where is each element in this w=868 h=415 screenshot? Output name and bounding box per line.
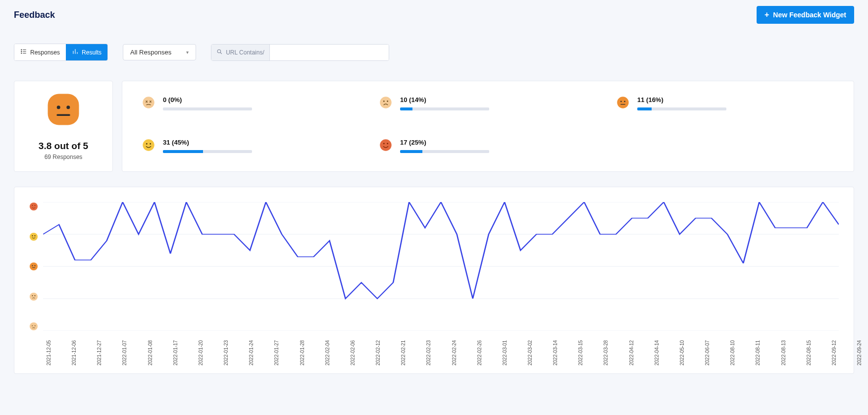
timeline-chart: 2021-12-052021-12-062021-12-272022-01-07… — [14, 187, 854, 374]
tab-results-label: Results — [82, 49, 102, 56]
svg-point-21 — [624, 101, 625, 103]
svg-point-4 — [21, 53, 22, 53]
y-face-1-icon — [29, 322, 38, 331]
face-1-icon — [142, 96, 155, 109]
dist-bar-3 — [637, 107, 726, 110]
dist-label-5: 17 (25%) — [400, 139, 597, 146]
url-search-prefix: URL Contains/ — [211, 45, 270, 60]
y-face-2-icon — [29, 292, 38, 301]
svg-point-16 — [380, 97, 391, 108]
responses-filter-dropdown[interactable]: All Responses ▾ — [123, 44, 196, 60]
svg-point-15 — [143, 97, 154, 108]
svg-point-20 — [620, 101, 622, 103]
chart-icon — [72, 48, 79, 56]
tab-responses[interactable]: Responses — [14, 44, 66, 60]
dist-bar-1 — [163, 107, 252, 110]
face-4-icon — [142, 139, 155, 152]
svg-point-19 — [617, 97, 628, 108]
responses-filter-label: All Responses — [130, 49, 171, 56]
dist-label-1: 0 (0%) — [163, 96, 359, 104]
score-face-neutral-icon — [46, 92, 81, 127]
face-3-icon — [616, 96, 629, 109]
face-5-icon — [379, 139, 392, 152]
score-rating: 3.8 out of 5 — [39, 141, 88, 152]
dist-fill-3 — [637, 107, 652, 110]
chart-x-axis: 2021-12-052021-12-062021-12-272022-01-07… — [29, 334, 839, 368]
view-toggle: Responses Results — [14, 44, 108, 61]
dist-fill-4 — [163, 150, 203, 153]
page-title: Feedback — [14, 10, 55, 20]
svg-point-27 — [30, 203, 38, 210]
y-face-4-icon — [29, 232, 38, 241]
svg-rect-11 — [48, 94, 79, 125]
distribution-card: 0 (0%) 10 (14%) 11 (16%) — [122, 81, 854, 172]
svg-point-25 — [150, 143, 151, 145]
score-card: 3.8 out of 5 69 Responses — [14, 81, 113, 172]
svg-point-17 — [383, 101, 385, 102]
dist-item-1: 0 (0%) — [142, 96, 359, 119]
list-icon — [20, 48, 27, 56]
svg-point-35 — [30, 292, 38, 300]
svg-point-28 — [30, 232, 38, 240]
svg-point-36 — [32, 295, 33, 296]
new-feedback-widget-label: New Feedback Widget — [773, 11, 846, 19]
svg-point-31 — [30, 262, 38, 270]
svg-point-38 — [30, 322, 38, 330]
dist-item-2: 10 (14%) — [379, 96, 597, 119]
plus-icon: + — [765, 11, 769, 19]
svg-point-29 — [32, 235, 33, 236]
search-icon — [216, 49, 223, 56]
timeline-plot — [43, 202, 839, 331]
chart-y-axis — [29, 202, 38, 331]
svg-point-0 — [21, 50, 22, 50]
dist-item-3: 11 (16%) — [616, 96, 834, 119]
y-face-3-icon — [29, 262, 38, 271]
tab-responses-label: Responses — [30, 49, 60, 56]
dist-label-3: 11 (16%) — [637, 96, 834, 104]
url-search-input[interactable] — [270, 45, 389, 60]
y-face-5-icon — [29, 202, 38, 211]
dist-fill-5 — [400, 150, 422, 153]
score-responses: 69 Responses — [45, 154, 83, 160]
url-search-prefix-label: URL Contains/ — [226, 49, 264, 56]
dist-bar-4 — [163, 150, 252, 153]
dist-label-2: 10 (14%) — [400, 96, 597, 104]
tab-results[interactable]: Results — [66, 44, 107, 60]
svg-point-26 — [380, 139, 391, 151]
svg-point-23 — [143, 139, 154, 151]
chevron-down-icon: ▾ — [186, 50, 189, 55]
svg-point-30 — [34, 235, 35, 236]
dist-bar-5 — [400, 150, 489, 153]
svg-point-33 — [34, 265, 35, 266]
svg-point-24 — [146, 143, 148, 145]
dist-label-4: 31 (45%) — [163, 139, 359, 146]
dist-item-5: 17 (25%) — [379, 139, 597, 161]
dist-item-4: 31 (45%) — [142, 139, 359, 161]
svg-point-37 — [34, 295, 35, 296]
svg-point-32 — [32, 265, 33, 266]
svg-point-2 — [21, 51, 22, 52]
dist-bar-2 — [400, 107, 489, 110]
face-2-icon — [379, 96, 392, 109]
svg-point-9 — [217, 50, 221, 53]
svg-point-18 — [387, 101, 388, 102]
dist-fill-2 — [400, 107, 412, 110]
svg-line-10 — [220, 52, 222, 54]
svg-point-12 — [57, 105, 60, 109]
svg-point-13 — [66, 105, 70, 109]
x-tick: 2022-09-24 — [857, 340, 868, 365]
url-search: URL Contains/ — [211, 44, 389, 61]
new-feedback-widget-button[interactable]: + New Feedback Widget — [757, 6, 854, 24]
